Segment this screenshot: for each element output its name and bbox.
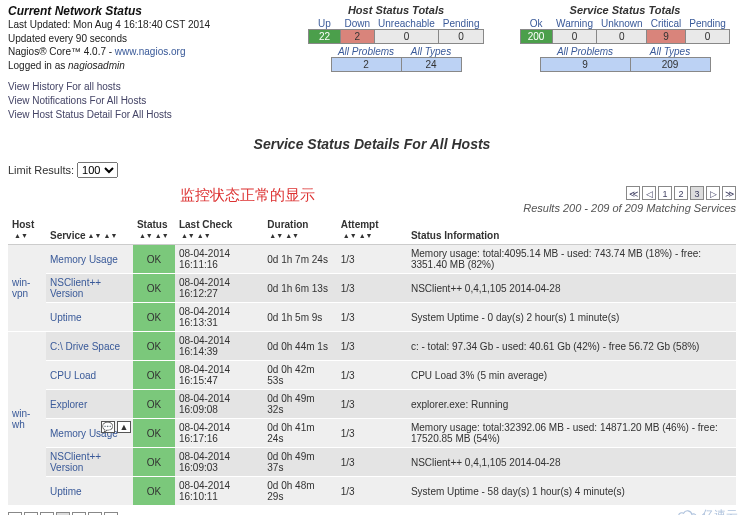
service-link[interactable]: NSClient++ Version [50,451,101,473]
host-link[interactable]: win-wh [12,408,30,430]
limit-select[interactable]: 100 [77,162,118,178]
cell-att: 1/3 [337,448,407,477]
cell-last: 08-04-2014 16:10:11 [175,477,263,506]
hdr-pending[interactable]: Pending [443,18,480,29]
status-badge: OK [133,303,175,332]
service-link[interactable]: C:\ Drive Space [50,341,120,352]
cell-att: 1/3 [337,245,407,274]
flap-icon[interactable]: ▲ [117,421,131,433]
page-next-icon[interactable]: ▷ [706,186,720,200]
hdr-unreach[interactable]: Unreachable [378,18,435,29]
val-pending[interactable]: 0 [439,30,484,44]
table-row: CPU LoadOK08-04-2014 16:15:470d 0h 42m 5… [8,361,736,390]
th-host[interactable]: Host▲▼ [8,216,46,245]
val-pend[interactable]: 0 [685,30,730,44]
service-link[interactable]: Explorer [50,399,87,410]
table-row: UptimeOK08-04-2014 16:13:310d 1h 5m 9s1/… [8,303,736,332]
product-line: Nagios® Core™ 4.0.7 - www.nagios.org [8,45,278,59]
service-link[interactable]: NSClient++ Version [50,277,101,299]
cell-last: 08-04-2014 16:09:08 [175,390,263,419]
cell-last: 08-04-2014 16:13:31 [175,303,263,332]
svc-totals-table: Ok Warning Unknown Critical Pending 200 … [520,18,731,44]
cell-info: NSClient++ 0,4,1,105 2014-04-28 [407,448,736,477]
cloud-icon [677,509,699,515]
status-badge: OK [133,274,175,303]
val-alltypes-h[interactable]: 24 [401,58,461,72]
svc-totals-title: Service Status Totals [514,4,736,16]
cell-info: System Uptime - 58 day(s) 1 hour(s) 4 mi… [407,477,736,506]
page-last-icon[interactable]: ≫ [722,186,736,200]
table-row: NSClient++ VersionOK08-04-2014 16:09:030… [8,448,736,477]
host-totals-title: Host Status Totals [286,4,506,16]
logged-in: Logged in as nagiosadmin [8,59,278,73]
val-down[interactable]: 2 [341,30,375,44]
table-row: win-whC:\ Drive SpaceOK08-04-2014 16:14:… [8,332,736,361]
th-lastcheck[interactable]: Last Check▲▼▲▼ [175,216,263,245]
cell-info: System Uptime - 0 day(s) 2 hour(s) 1 min… [407,303,736,332]
table-row: NSClient++ VersionOK08-04-2014 16:12:270… [8,274,736,303]
status-badge: OK [133,448,175,477]
cell-last: 08-04-2014 16:09:03 [175,448,263,477]
hdr-allprob-h[interactable]: All Problems [338,46,394,57]
val-allprob-s[interactable]: 9 [540,58,630,72]
val-allprob-h[interactable]: 2 [331,58,401,72]
cell-dur: 0d 0h 42m 53s [263,361,336,390]
val-ok[interactable]: 200 [520,30,552,44]
service-link[interactable]: Uptime [50,486,82,497]
cell-dur: 0d 1h 6m 13s [263,274,336,303]
cell-att: 1/3 [337,332,407,361]
cell-last: 08-04-2014 16:14:39 [175,332,263,361]
hdr-up[interactable]: Up [318,18,331,29]
link-hoststatus[interactable]: View Host Status Detail For All Hosts [8,108,278,122]
hdr-allprob-s[interactable]: All Problems [557,46,613,57]
th-status[interactable]: Status▲▼▲▼ [133,216,175,245]
th-attempt[interactable]: Attempt▲▼▲▼ [337,216,407,245]
service-link[interactable]: Uptime [50,312,82,323]
val-unreach[interactable]: 0 [374,30,439,44]
service-table: Host▲▼ Service▲▼▲▼ Status▲▼▲▼ Last Check… [8,216,736,506]
val-alltypes-s[interactable]: 209 [630,58,710,72]
page-first-icon[interactable]: ≪ [626,186,640,200]
update-interval: Updated every 90 seconds [8,32,278,46]
pager-top: ≪◁123▷≫ [626,186,736,200]
hdr-crit[interactable]: Critical [651,18,682,29]
hdr-unk[interactable]: Unknown [601,18,643,29]
table-row: Memory Usage💬▲OK08-04-2014 16:17:160d 0h… [8,419,736,448]
results-summary: Results 200 - 209 of 209 Matching Servic… [486,202,736,214]
cell-info: Memory usage: total:4095.14 MB - used: 7… [407,245,736,274]
page-1[interactable]: 1 [658,186,672,200]
cell-att: 1/3 [337,361,407,390]
hdr-alltypes-s[interactable]: All Types [650,46,690,57]
th-service[interactable]: Service▲▼▲▼ [46,216,133,245]
page-3[interactable]: 3 [690,186,704,200]
hdr-ok[interactable]: Ok [530,18,543,29]
hdr-alltypes-h[interactable]: All Types [411,46,451,57]
product-link[interactable]: www.nagios.org [115,46,186,57]
link-notifications[interactable]: View Notifications For All Hosts [8,94,278,108]
status-badge: OK [133,332,175,361]
page-2[interactable]: 2 [674,186,688,200]
hdr-warn[interactable]: Warning [556,18,593,29]
val-up[interactable]: 22 [309,30,341,44]
host-link[interactable]: win-vpn [12,277,30,299]
link-history[interactable]: View History For all hosts [8,80,278,94]
cell-att: 1/3 [337,274,407,303]
cell-dur: 0d 0h 44m 1s [263,332,336,361]
cell-info: Memory usage: total:32392.06 MB - used: … [407,419,736,448]
cell-dur: 0d 0h 49m 37s [263,448,336,477]
page-prev-icon[interactable]: ◁ [642,186,656,200]
val-warn[interactable]: 0 [552,30,597,44]
host-totals-table: Up Down Unreachable Pending 22 2 0 0 [308,18,484,44]
hdr-pend[interactable]: Pending [689,18,726,29]
service-link[interactable]: Memory Usage [50,254,118,265]
cell-info: c: - total: 97.34 Gb - used: 40.61 Gb (4… [407,332,736,361]
th-duration[interactable]: Duration▲▼▲▼ [263,216,336,245]
hdr-down[interactable]: Down [345,18,371,29]
val-crit[interactable]: 9 [647,30,686,44]
comment-icon[interactable]: 💬 [101,421,115,433]
cell-info: CPU Load 3% (5 min average) [407,361,736,390]
val-unk[interactable]: 0 [597,30,647,44]
cell-att: 1/3 [337,390,407,419]
cell-last: 08-04-2014 16:17:16 [175,419,263,448]
service-link[interactable]: CPU Load [50,370,96,381]
